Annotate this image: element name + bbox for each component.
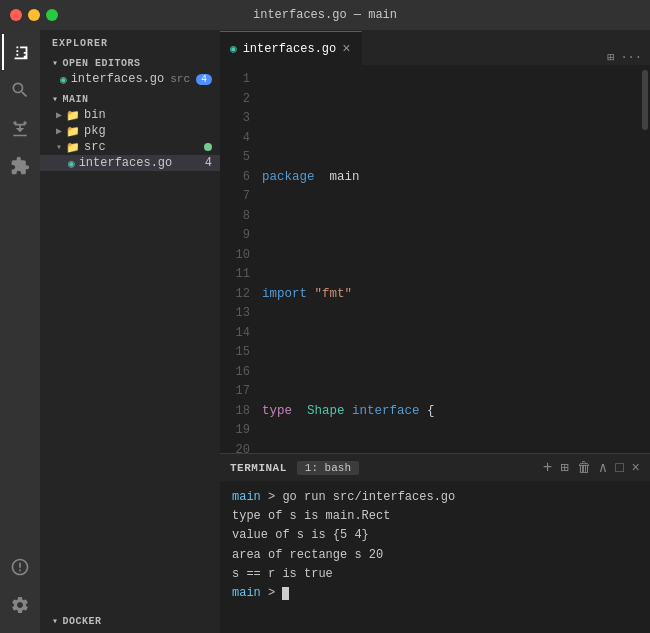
main-label: Main: [63, 94, 89, 105]
open-editor-file[interactable]: ◉ interfaces.go src 4: [40, 71, 220, 87]
docker-label: DOCKER: [63, 616, 102, 627]
split-editor-icon[interactable]: ⊞: [607, 50, 614, 65]
editor-scrollbar-thumb[interactable]: [642, 70, 648, 130]
maximize-button[interactable]: [46, 9, 58, 21]
tab-filename: interfaces.go: [243, 42, 337, 56]
open-editor-badge: 4: [196, 74, 212, 85]
tab-interfaces-go[interactable]: ◉ interfaces.go ×: [220, 31, 362, 65]
tab-bar: ◉ interfaces.go × ⊞ ···: [220, 30, 650, 66]
terminal-actions: + ⊞ 🗑 ∧ □ ×: [543, 459, 640, 477]
src-arrow: ▾: [56, 141, 62, 153]
terminal-line-2: type of s is main.Rect: [232, 507, 638, 526]
more-actions-icon[interactable]: ···: [620, 51, 642, 65]
titlebar: interfaces.go — main: [0, 0, 650, 30]
interfaces-label: interfaces.go: [79, 156, 173, 170]
settings-icon[interactable]: [2, 587, 38, 623]
main-section: ▾ Main ▶ 📁 bin ▶ 📁 pkg ▾ 📁 src: [40, 89, 220, 173]
terminal-tab-bar: TERMINAL 1: bash + ⊞ 🗑 ∧ □ ×: [220, 454, 650, 482]
close-button[interactable]: [10, 9, 22, 21]
main-section-header[interactable]: ▾ Main: [40, 91, 220, 107]
bin-folder-icon: 📁: [66, 109, 80, 122]
tab-actions: ⊞ ···: [599, 50, 650, 65]
terminal-body[interactable]: main > go run src/interfaces.go type of …: [220, 482, 650, 633]
files-icon[interactable]: [2, 34, 38, 70]
sidebar-bottom: ▾ DOCKER: [40, 609, 220, 633]
sidebar: Explorer ▾ Open Editors ◉ interfaces.go …: [40, 30, 220, 633]
src-folder-icon: 📁: [66, 141, 80, 154]
bin-arrow: ▶: [56, 109, 62, 121]
content-area: ◉ interfaces.go × ⊞ ··· 12345 678910 111…: [220, 30, 650, 633]
go-file-icon: ◉: [60, 73, 67, 86]
terminal-split-icon[interactable]: ⊞: [560, 459, 568, 476]
window-controls: [10, 9, 58, 21]
open-editors-section: ▾ Open Editors ◉ interfaces.go src 4: [40, 53, 220, 89]
remote-explorer-icon[interactable]: [2, 549, 38, 585]
terminal-chevron-up-icon[interactable]: ∧: [599, 459, 607, 476]
pkg-label: pkg: [84, 124, 106, 138]
extensions-icon[interactable]: [2, 148, 38, 184]
bin-label: bin: [84, 108, 106, 122]
window-title: interfaces.go — main: [253, 8, 397, 22]
tab-file-icon: ◉: [230, 42, 237, 55]
terminal-line-3: value of s is {5 4}: [232, 526, 638, 545]
sidebar-item-src[interactable]: ▾ 📁 src: [40, 139, 220, 155]
tab-close-button[interactable]: ×: [342, 42, 350, 56]
terminal-prompt-line: main >: [232, 584, 638, 603]
open-editors-label: Open Editors: [63, 58, 141, 69]
terminal-trash-icon[interactable]: 🗑: [577, 460, 591, 476]
open-editors-header[interactable]: ▾ Open Editors: [40, 55, 220, 71]
src-label: src: [84, 140, 106, 154]
search-icon[interactable]: [2, 72, 38, 108]
sidebar-item-bin[interactable]: ▶ 📁 bin: [40, 107, 220, 123]
terminal-line-4: area of rectange s 20: [232, 546, 638, 565]
terminal-line-1: main > go run src/interfaces.go: [232, 488, 638, 507]
minimize-button[interactable]: [28, 9, 40, 21]
open-editor-filename: interfaces.go: [71, 72, 165, 86]
terminal-close-icon[interactable]: ×: [632, 460, 640, 476]
terminal-container: TERMINAL 1: bash + ⊞ 🗑 ∧ □ × main > go r…: [220, 453, 650, 633]
main-arrow: ▾: [52, 93, 59, 105]
activity-bar: [0, 30, 40, 633]
terminal-maximize-icon[interactable]: □: [615, 460, 623, 476]
open-editor-src: src: [170, 73, 190, 85]
terminal-add-icon[interactable]: +: [543, 459, 553, 477]
docker-header[interactable]: ▾ DOCKER: [40, 613, 220, 629]
terminal-tab-label[interactable]: TERMINAL: [230, 462, 287, 474]
pkg-folder-icon: 📁: [66, 125, 80, 138]
terminal-bash-label[interactable]: 1: bash: [297, 461, 359, 475]
activity-bar-bottom: [2, 549, 38, 633]
docker-arrow: ▾: [52, 615, 59, 627]
code-editor[interactable]: package main import "fmt" type Shape int…: [258, 66, 640, 453]
main-layout: Explorer ▾ Open Editors ◉ interfaces.go …: [0, 30, 650, 633]
sidebar-item-interfaces[interactable]: ◉ interfaces.go 4: [40, 155, 220, 171]
editor: 12345 678910 1112131415 1617181920 21222…: [220, 66, 650, 453]
sidebar-item-pkg[interactable]: ▶ 📁 pkg: [40, 123, 220, 139]
source-control-icon[interactable]: [2, 110, 38, 146]
interfaces-file-icon: ◉: [68, 157, 75, 170]
terminal-cursor: [282, 587, 289, 600]
line-numbers: 12345 678910 1112131415 1617181920 21222…: [220, 66, 258, 453]
open-editors-arrow: ▾: [52, 57, 59, 69]
terminal-line-5: s == r is true: [232, 565, 638, 584]
sidebar-title: Explorer: [40, 30, 220, 53]
src-modified-dot: [204, 143, 212, 151]
pkg-arrow: ▶: [56, 125, 62, 137]
interfaces-badge: 4: [205, 156, 212, 170]
editor-scrollbar[interactable]: [640, 66, 650, 453]
